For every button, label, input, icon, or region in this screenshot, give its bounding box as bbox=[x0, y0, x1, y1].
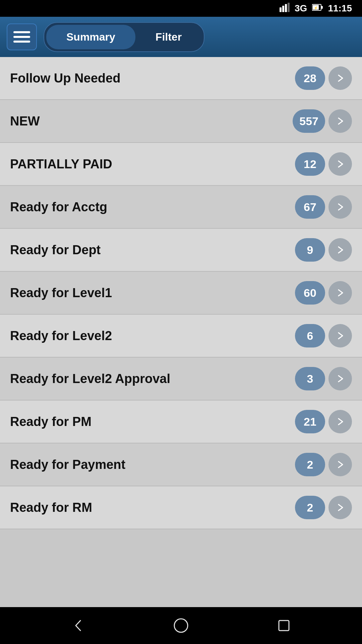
chevron-button[interactable] bbox=[328, 410, 352, 433]
list-item[interactable]: Ready for RM 2 bbox=[0, 486, 362, 529]
chevron-button[interactable] bbox=[328, 453, 352, 476]
item-label: Ready for Payment bbox=[10, 458, 125, 472]
chevron-button[interactable] bbox=[328, 496, 352, 519]
count-badge: 2 bbox=[295, 496, 325, 519]
list-item[interactable]: Ready for Payment 2 bbox=[0, 443, 362, 486]
count-badge: 67 bbox=[295, 195, 325, 219]
item-right: 9 bbox=[295, 238, 352, 262]
list-item[interactable]: PARTIALLY PAID 12 bbox=[0, 143, 362, 186]
menu-bar-1 bbox=[13, 31, 30, 33]
tab-filter[interactable]: Filter bbox=[135, 25, 202, 49]
item-right: 3 bbox=[295, 367, 352, 390]
svg-rect-2 bbox=[285, 4, 287, 12]
item-label: PARTIALLY PAID bbox=[10, 157, 112, 171]
item-label: Ready for Level2 bbox=[10, 329, 112, 343]
chevron-button[interactable] bbox=[328, 367, 352, 390]
menu-bar-2 bbox=[13, 36, 30, 38]
count-badge: 3 bbox=[295, 367, 325, 390]
count-badge: 557 bbox=[293, 109, 325, 133]
count-badge: 12 bbox=[295, 152, 325, 176]
svg-rect-1 bbox=[282, 6, 284, 12]
item-label: Ready for Level2 Approval bbox=[10, 372, 170, 386]
network-label: 3G bbox=[295, 3, 307, 14]
signal-icon bbox=[280, 3, 290, 14]
count-badge: 21 bbox=[295, 410, 325, 433]
count-badge: 60 bbox=[295, 281, 325, 305]
tab-group: Summary Filter bbox=[44, 22, 204, 52]
chevron-button[interactable] bbox=[328, 66, 352, 90]
list-item[interactable]: Ready for Level2 6 bbox=[0, 315, 362, 358]
chevron-button[interactable] bbox=[328, 281, 352, 305]
item-label: Ready for Dept bbox=[10, 243, 101, 257]
bottom-nav bbox=[0, 607, 362, 644]
tab-summary[interactable]: Summary bbox=[46, 25, 135, 49]
list-item[interactable]: Ready for Level2 Approval 3 bbox=[0, 358, 362, 400]
item-label: Follow Up Needed bbox=[10, 71, 120, 86]
chevron-button[interactable] bbox=[328, 238, 352, 262]
back-button[interactable] bbox=[70, 617, 86, 634]
list-item[interactable]: Ready for Dept 9 bbox=[0, 229, 362, 272]
item-right: 6 bbox=[295, 324, 352, 347]
item-label: Ready for Level1 bbox=[10, 286, 112, 300]
status-bar: 3G ⚡ 11:15 bbox=[0, 0, 362, 17]
svg-rect-6 bbox=[321, 6, 323, 9]
count-badge: 2 bbox=[295, 453, 325, 476]
item-right: 67 bbox=[295, 195, 352, 219]
toolbar: Summary Filter bbox=[0, 17, 362, 57]
menu-button[interactable] bbox=[7, 23, 37, 50]
main-content: Follow Up Needed 28 NEW 557 bbox=[0, 57, 362, 607]
home-button[interactable] bbox=[173, 617, 189, 634]
item-right: 60 bbox=[295, 281, 352, 305]
chevron-button[interactable] bbox=[328, 152, 352, 176]
list-item[interactable]: Ready for PM 21 bbox=[0, 400, 362, 443]
item-label: Ready for RM bbox=[10, 500, 92, 515]
item-right: 2 bbox=[295, 496, 352, 519]
list-item[interactable]: NEW 557 bbox=[0, 100, 362, 143]
count-badge: 28 bbox=[295, 66, 325, 90]
count-badge: 9 bbox=[295, 238, 325, 262]
svg-point-8 bbox=[174, 619, 188, 632]
count-badge: 6 bbox=[295, 324, 325, 347]
menu-bar-3 bbox=[13, 41, 30, 43]
item-right: 12 bbox=[295, 152, 352, 176]
item-label: Ready for Acctg bbox=[10, 200, 107, 214]
list-item[interactable]: Follow Up Needed 28 bbox=[0, 57, 362, 100]
chevron-button[interactable] bbox=[328, 109, 352, 133]
item-right: 2 bbox=[295, 453, 352, 476]
chevron-button[interactable] bbox=[328, 324, 352, 347]
svg-rect-3 bbox=[288, 3, 290, 12]
recents-button[interactable] bbox=[276, 617, 292, 634]
chevron-button[interactable] bbox=[328, 195, 352, 219]
item-right: 28 bbox=[295, 66, 352, 90]
item-right: 21 bbox=[295, 410, 352, 433]
time-label: 11:15 bbox=[328, 3, 352, 14]
item-label: NEW bbox=[10, 114, 40, 128]
item-right: 557 bbox=[293, 109, 352, 133]
svg-rect-0 bbox=[280, 7, 282, 12]
battery-icon: ⚡ bbox=[312, 4, 323, 13]
item-label: Ready for PM bbox=[10, 415, 92, 429]
list-item[interactable]: Ready for Level1 60 bbox=[0, 272, 362, 315]
svg-text:⚡: ⚡ bbox=[314, 6, 318, 10]
list-item[interactable]: Ready for Acctg 67 bbox=[0, 186, 362, 229]
svg-rect-9 bbox=[279, 621, 289, 631]
